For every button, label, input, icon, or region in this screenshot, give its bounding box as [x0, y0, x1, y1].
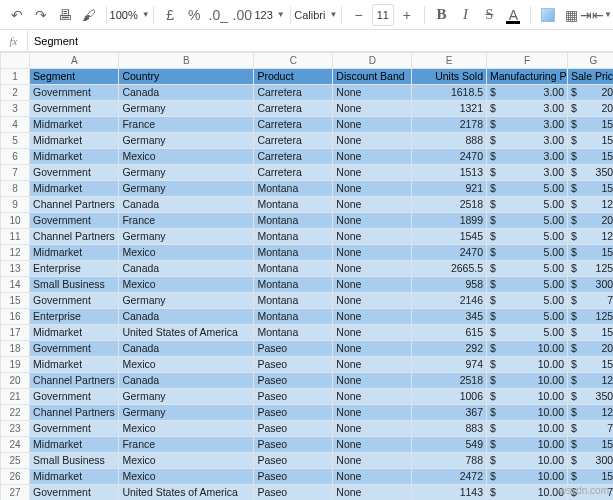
- decrease-decimal-button[interactable]: .0_: [207, 4, 229, 26]
- font-size-decrease[interactable]: −: [348, 4, 370, 26]
- cell[interactable]: Germany: [119, 389, 254, 405]
- cell[interactable]: 2472: [412, 469, 487, 485]
- cell[interactable]: 958: [412, 277, 487, 293]
- cell[interactable]: 2146: [412, 293, 487, 309]
- cell[interactable]: Canada: [119, 197, 254, 213]
- row-header[interactable]: 26: [1, 469, 30, 485]
- cell[interactable]: Canada: [119, 261, 254, 277]
- cell[interactable]: Germany: [119, 101, 254, 117]
- row-header[interactable]: 4: [1, 117, 30, 133]
- cell[interactable]: $12.: [568, 197, 613, 213]
- cell[interactable]: Germany: [119, 229, 254, 245]
- cell[interactable]: Germany: [119, 293, 254, 309]
- cell[interactable]: Montana: [254, 213, 333, 229]
- cell[interactable]: 1618.5: [412, 85, 487, 101]
- row-header[interactable]: 7: [1, 165, 30, 181]
- cell[interactable]: Midmarket: [30, 357, 119, 373]
- cell[interactable]: Channel Partners: [30, 197, 119, 213]
- cell[interactable]: Paseo: [254, 453, 333, 469]
- cell[interactable]: Midmarket: [30, 181, 119, 197]
- cell[interactable]: 2665.5: [412, 261, 487, 277]
- cell[interactable]: $10.00: [487, 373, 568, 389]
- cell[interactable]: Montana: [254, 261, 333, 277]
- select-all-corner[interactable]: [1, 53, 30, 69]
- cell[interactable]: None: [333, 469, 412, 485]
- font-size-increase[interactable]: +: [396, 4, 418, 26]
- cell[interactable]: 1545: [412, 229, 487, 245]
- cell[interactable]: Germany: [119, 133, 254, 149]
- col-header[interactable]: C: [254, 53, 333, 69]
- cell[interactable]: None: [333, 197, 412, 213]
- cell[interactable]: United States of America: [119, 325, 254, 341]
- row-header[interactable]: 16: [1, 309, 30, 325]
- text-color-button[interactable]: A: [502, 4, 524, 26]
- cell[interactable]: France: [119, 117, 254, 133]
- cell[interactable]: None: [333, 437, 412, 453]
- cell[interactable]: Channel Partners: [30, 229, 119, 245]
- cell[interactable]: 1321: [412, 101, 487, 117]
- col-header[interactable]: A: [30, 53, 119, 69]
- cell[interactable]: None: [333, 149, 412, 165]
- cell[interactable]: Paseo: [254, 341, 333, 357]
- col-header[interactable]: D: [333, 53, 412, 69]
- cell[interactable]: None: [333, 85, 412, 101]
- cell[interactable]: Carretera: [254, 117, 333, 133]
- cell[interactable]: Midmarket: [30, 149, 119, 165]
- cell[interactable]: $15.: [568, 133, 613, 149]
- cell[interactable]: 2178: [412, 117, 487, 133]
- cell[interactable]: Sale Price: [568, 69, 613, 85]
- cell[interactable]: Montana: [254, 277, 333, 293]
- cell[interactable]: $5.00: [487, 213, 568, 229]
- row-header[interactable]: 9: [1, 197, 30, 213]
- cell[interactable]: Carretera: [254, 85, 333, 101]
- cell[interactable]: Midmarket: [30, 245, 119, 261]
- cell[interactable]: Paseo: [254, 421, 333, 437]
- cell[interactable]: $12.: [568, 405, 613, 421]
- cell[interactable]: None: [333, 485, 412, 501]
- cell[interactable]: Paseo: [254, 437, 333, 453]
- cell[interactable]: None: [333, 389, 412, 405]
- cell[interactable]: Mexico: [119, 453, 254, 469]
- cell[interactable]: Government: [30, 293, 119, 309]
- cell[interactable]: Enterprise: [30, 309, 119, 325]
- strike-button[interactable]: S: [478, 4, 500, 26]
- row-header[interactable]: 14: [1, 277, 30, 293]
- cell[interactable]: None: [333, 421, 412, 437]
- cell[interactable]: None: [333, 325, 412, 341]
- cell[interactable]: $20.: [568, 341, 613, 357]
- cell[interactable]: Montana: [254, 325, 333, 341]
- zoom-select[interactable]: 100% ▼: [113, 4, 147, 26]
- cell[interactable]: Government: [30, 165, 119, 181]
- cell[interactable]: Montana: [254, 197, 333, 213]
- cell[interactable]: Paseo: [254, 405, 333, 421]
- cell[interactable]: Small Business: [30, 453, 119, 469]
- cell[interactable]: $15.: [568, 149, 613, 165]
- cell[interactable]: 1899: [412, 213, 487, 229]
- cell[interactable]: Discount Band: [333, 69, 412, 85]
- cell[interactable]: None: [333, 133, 412, 149]
- cell[interactable]: $5.00: [487, 261, 568, 277]
- cell[interactable]: 974: [412, 357, 487, 373]
- cell[interactable]: $5.00: [487, 309, 568, 325]
- cell[interactable]: None: [333, 453, 412, 469]
- cell[interactable]: $15.: [568, 117, 613, 133]
- cell[interactable]: 2518: [412, 373, 487, 389]
- cell[interactable]: Carretera: [254, 101, 333, 117]
- cell[interactable]: Manufacturing P: [487, 69, 568, 85]
- cell[interactable]: $5.00: [487, 293, 568, 309]
- cell[interactable]: Mexico: [119, 469, 254, 485]
- cell[interactable]: $10.00: [487, 389, 568, 405]
- cell[interactable]: Canada: [119, 309, 254, 325]
- cell[interactable]: Montana: [254, 181, 333, 197]
- cell[interactable]: None: [333, 213, 412, 229]
- cell[interactable]: United States of America: [119, 485, 254, 501]
- cell[interactable]: $125.: [568, 261, 613, 277]
- cell[interactable]: Units Sold: [412, 69, 487, 85]
- row-header[interactable]: 8: [1, 181, 30, 197]
- cell[interactable]: $3.00: [487, 101, 568, 117]
- cell[interactable]: None: [333, 101, 412, 117]
- currency-button[interactable]: £: [159, 4, 181, 26]
- cell[interactable]: Midmarket: [30, 133, 119, 149]
- cell[interactable]: None: [333, 309, 412, 325]
- cell[interactable]: Government: [30, 421, 119, 437]
